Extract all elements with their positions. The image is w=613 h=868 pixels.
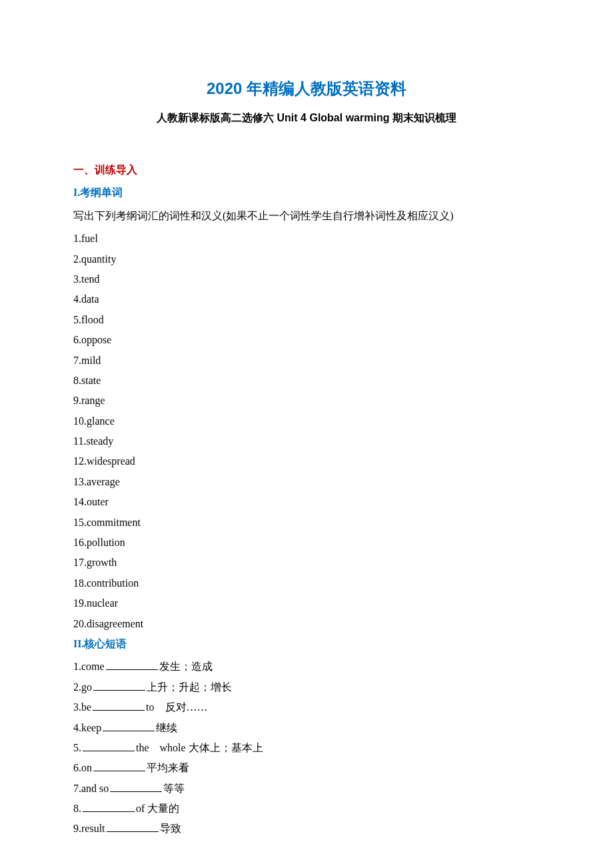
phrase-post-text: 上升；升起；增长 (147, 681, 232, 693)
vocab-item: 3.tend (73, 269, 540, 289)
phrase-number: 9. (73, 823, 81, 834)
vocab-item: 7.mild (73, 351, 540, 371)
fill-blank (107, 821, 159, 832)
fill-blank (93, 680, 145, 691)
vocab-item: 20.disagreement (73, 614, 540, 634)
vocab-item: 1.fuel (73, 229, 540, 249)
vocab-item: 6.oppose (73, 330, 540, 350)
vocab-item: 16.pollution (73, 533, 540, 553)
vocab-item: 19.nuclear (73, 593, 540, 613)
phrase-number: 7. (73, 783, 81, 794)
fill-blank (83, 801, 135, 812)
vocab-item: 11.steady (73, 431, 540, 451)
phrase-post-text: 等等 (163, 783, 185, 794)
phrase-item: 7.and so等等 (73, 779, 540, 799)
phrase-pre-text: go (81, 681, 92, 693)
phrase-pre-text: and so (81, 783, 109, 794)
phrase-number: 5. (73, 742, 81, 753)
vocab-header: I.考纲单词 (73, 183, 540, 203)
vocab-item: 14.outer (73, 492, 540, 512)
vocab-item: 2.quantity (73, 249, 540, 269)
phrase-number: 6. (73, 762, 81, 773)
phrase-number: 3. (73, 701, 81, 713)
vocab-item: 13.average (73, 472, 540, 492)
phrase-pre-text: come (81, 661, 105, 672)
vocab-item: 18.contribution (73, 573, 540, 593)
phrase-number: 4. (73, 722, 81, 733)
phrase-post-text: the whole 大体上；基本上 (136, 742, 263, 753)
phrase-post-text: 导致 (160, 823, 181, 834)
fill-blank (103, 721, 155, 731)
phrase-pre-text: on (81, 762, 92, 773)
vocab-item: 9.range (73, 391, 540, 411)
phrases-header: II.核心短语 (73, 634, 540, 654)
phrase-item: 6.on平均来看 (73, 758, 540, 778)
phrase-post-text: to 反对…… (146, 701, 207, 713)
phrase-number: 2. (73, 681, 81, 693)
vocab-item: 4.data (73, 289, 540, 309)
phrase-post-text: of 大量的 (136, 803, 179, 814)
vocab-instruction: 写出下列考纲词汇的词性和汉义(如果不止一个词性学生自行增补词性及相应汉义) (73, 206, 540, 226)
fill-blank (110, 781, 162, 792)
phrase-number: 8. (73, 803, 81, 814)
phrase-pre-text: keep (81, 722, 101, 733)
fill-blank (83, 741, 135, 751)
vocab-item: 17.growth (73, 553, 540, 573)
vocab-item: 8.state (73, 371, 540, 391)
phrase-post-text: 继续 (156, 722, 177, 733)
phrase-item: 1.come发生；造成 (73, 657, 540, 677)
phrases-list: 1.come发生；造成2.go上升；升起；增长3.beto 反对……4.keep… (73, 657, 540, 839)
page-title-main: 2020 年精编人教版英语资料 (73, 73, 540, 104)
fill-blank (106, 659, 158, 670)
phrase-item: 2.go上升；升起；增长 (73, 677, 540, 697)
fill-blank (93, 761, 145, 771)
section-1-header: 一、训练导入 (73, 160, 540, 180)
phrase-item: 3.beto 反对…… (73, 697, 540, 717)
vocab-item: 12.widespread (73, 451, 540, 471)
phrase-pre-text: result (81, 823, 105, 834)
phrase-post-text: 平均来看 (147, 762, 189, 773)
phrase-post-text: 发生；造成 (159, 661, 213, 672)
vocab-list: 1.fuel2.quantity3.tend4.data5.flood6.opp… (73, 229, 540, 634)
vocab-item: 5.flood (73, 310, 540, 330)
phrase-number: 1. (73, 661, 81, 672)
vocab-item: 15.commitment (73, 513, 540, 533)
vocab-item: 10.glance (73, 411, 540, 431)
page-title-sub: 人教新课标版高二选修六 Unit 4 Global warming 期末知识梳理 (73, 108, 540, 128)
phrase-item: 9.result导致 (73, 819, 540, 839)
phrase-item: 4.keep继续 (73, 718, 540, 738)
phrase-item: 5.the whole 大体上；基本上 (73, 738, 540, 758)
fill-blank (93, 700, 145, 711)
phrase-pre-text: be (81, 701, 91, 713)
phrase-item: 8.of 大量的 (73, 799, 540, 819)
